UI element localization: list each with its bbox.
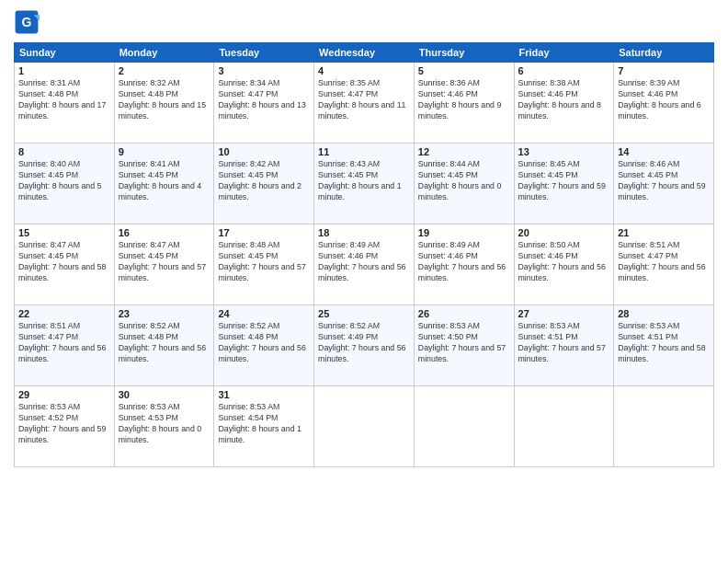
header-row: SundayMondayTuesdayWednesdayThursdayFrid…	[15, 43, 714, 63]
day-cell	[414, 386, 514, 467]
day-number: 7	[618, 65, 710, 76]
day-cell: 29 Sunrise: 8:53 AM Sunset: 4:52 PM Dayl…	[15, 386, 115, 467]
day-info: Sunrise: 8:51 AM Sunset: 4:47 PM Dayligh…	[618, 240, 710, 284]
day-number: 6	[518, 65, 610, 76]
day-info: Sunrise: 8:53 AM Sunset: 4:54 PM Dayligh…	[218, 402, 310, 446]
day-cell	[614, 386, 714, 467]
day-number: 9	[119, 146, 210, 157]
day-cell: 16 Sunrise: 8:47 AM Sunset: 4:45 PM Dayl…	[114, 224, 214, 305]
day-info: Sunrise: 8:52 AM Sunset: 4:48 PM Dayligh…	[218, 321, 310, 365]
day-cell	[314, 386, 415, 467]
day-cell: 14 Sunrise: 8:46 AM Sunset: 4:45 PM Dayl…	[614, 144, 714, 224]
day-info: Sunrise: 8:38 AM Sunset: 4:46 PM Dayligh…	[518, 78, 610, 122]
day-number: 1	[18, 65, 110, 76]
day-number: 17	[218, 227, 310, 238]
day-number: 30	[119, 389, 210, 400]
day-info: Sunrise: 8:50 AM Sunset: 4:46 PM Dayligh…	[518, 240, 610, 284]
day-number: 4	[318, 65, 410, 76]
day-cell: 2 Sunrise: 8:32 AM Sunset: 4:48 PM Dayli…	[114, 63, 214, 144]
day-info: Sunrise: 8:52 AM Sunset: 4:48 PM Dayligh…	[119, 321, 210, 365]
day-number: 12	[418, 146, 510, 157]
day-number: 18	[318, 227, 410, 238]
day-cell: 27 Sunrise: 8:53 AM Sunset: 4:51 PM Dayl…	[514, 305, 614, 386]
day-cell: 19 Sunrise: 8:49 AM Sunset: 4:46 PM Dayl…	[414, 224, 514, 305]
day-cell: 12 Sunrise: 8:44 AM Sunset: 4:45 PM Dayl…	[414, 144, 514, 224]
day-info: Sunrise: 8:48 AM Sunset: 4:45 PM Dayligh…	[218, 240, 310, 284]
day-cell: 7 Sunrise: 8:39 AM Sunset: 4:46 PM Dayli…	[614, 63, 714, 144]
week-row-2: 8 Sunrise: 8:40 AM Sunset: 4:45 PM Dayli…	[15, 144, 714, 224]
col-header-monday: Monday	[114, 43, 214, 63]
day-cell: 6 Sunrise: 8:38 AM Sunset: 4:46 PM Dayli…	[514, 63, 614, 144]
day-info: Sunrise: 8:53 AM Sunset: 4:52 PM Dayligh…	[18, 402, 110, 446]
day-info: Sunrise: 8:47 AM Sunset: 4:45 PM Dayligh…	[119, 240, 210, 284]
day-cell: 30 Sunrise: 8:53 AM Sunset: 4:53 PM Dayl…	[114, 386, 214, 467]
day-cell: 13 Sunrise: 8:45 AM Sunset: 4:45 PM Dayl…	[514, 144, 614, 224]
col-header-tuesday: Tuesday	[214, 43, 314, 63]
day-info: Sunrise: 8:40 AM Sunset: 4:45 PM Dayligh…	[18, 159, 110, 203]
day-info: Sunrise: 8:49 AM Sunset: 4:46 PM Dayligh…	[418, 240, 510, 284]
day-info: Sunrise: 8:34 AM Sunset: 4:47 PM Dayligh…	[218, 78, 310, 122]
day-number: 31	[218, 389, 310, 400]
logo: G	[14, 9, 43, 35]
day-cell: 10 Sunrise: 8:42 AM Sunset: 4:45 PM Dayl…	[214, 144, 314, 224]
day-number: 19	[418, 227, 510, 238]
day-cell: 25 Sunrise: 8:52 AM Sunset: 4:49 PM Dayl…	[314, 305, 415, 386]
day-info: Sunrise: 8:53 AM Sunset: 4:51 PM Dayligh…	[518, 321, 610, 365]
day-number: 29	[18, 389, 110, 400]
col-header-sunday: Sunday	[15, 43, 115, 63]
logo-icon: G	[14, 9, 40, 35]
week-row-4: 22 Sunrise: 8:51 AM Sunset: 4:47 PM Dayl…	[15, 305, 714, 386]
day-cell: 20 Sunrise: 8:50 AM Sunset: 4:46 PM Dayl…	[514, 224, 614, 305]
day-cell: 4 Sunrise: 8:35 AM Sunset: 4:47 PM Dayli…	[314, 63, 415, 144]
day-info: Sunrise: 8:32 AM Sunset: 4:48 PM Dayligh…	[119, 78, 210, 122]
day-number: 15	[18, 227, 110, 238]
col-header-friday: Friday	[514, 43, 614, 63]
day-info: Sunrise: 8:46 AM Sunset: 4:45 PM Dayligh…	[618, 159, 710, 203]
day-cell: 5 Sunrise: 8:36 AM Sunset: 4:46 PM Dayli…	[414, 63, 514, 144]
day-cell: 15 Sunrise: 8:47 AM Sunset: 4:45 PM Dayl…	[15, 224, 115, 305]
day-info: Sunrise: 8:52 AM Sunset: 4:49 PM Dayligh…	[318, 321, 410, 365]
day-info: Sunrise: 8:53 AM Sunset: 4:51 PM Dayligh…	[618, 321, 710, 365]
week-row-3: 15 Sunrise: 8:47 AM Sunset: 4:45 PM Dayl…	[15, 224, 714, 305]
day-number: 21	[618, 227, 710, 238]
week-row-1: 1 Sunrise: 8:31 AM Sunset: 4:48 PM Dayli…	[15, 63, 714, 144]
day-cell: 26 Sunrise: 8:53 AM Sunset: 4:50 PM Dayl…	[414, 305, 514, 386]
calendar-page: G SundayMondayTuesdayWednesdayThursdayFr…	[0, 0, 728, 563]
day-info: Sunrise: 8:42 AM Sunset: 4:45 PM Dayligh…	[218, 159, 310, 203]
day-number: 25	[318, 308, 410, 319]
day-number: 10	[218, 146, 310, 157]
day-number: 28	[618, 308, 710, 319]
svg-text:G: G	[22, 15, 32, 29]
day-info: Sunrise: 8:51 AM Sunset: 4:47 PM Dayligh…	[18, 321, 110, 365]
day-info: Sunrise: 8:31 AM Sunset: 4:48 PM Dayligh…	[18, 78, 110, 122]
day-number: 23	[119, 308, 210, 319]
day-number: 22	[18, 308, 110, 319]
header: G	[14, 9, 714, 35]
day-cell: 8 Sunrise: 8:40 AM Sunset: 4:45 PM Dayli…	[15, 144, 115, 224]
col-header-saturday: Saturday	[614, 43, 714, 63]
day-number: 24	[218, 308, 310, 319]
day-number: 26	[418, 308, 510, 319]
day-info: Sunrise: 8:35 AM Sunset: 4:47 PM Dayligh…	[318, 78, 410, 122]
day-number: 16	[119, 227, 210, 238]
day-number: 5	[418, 65, 510, 76]
day-number: 11	[318, 146, 410, 157]
day-info: Sunrise: 8:44 AM Sunset: 4:45 PM Dayligh…	[418, 159, 510, 203]
day-cell: 22 Sunrise: 8:51 AM Sunset: 4:47 PM Dayl…	[15, 305, 115, 386]
day-cell: 9 Sunrise: 8:41 AM Sunset: 4:45 PM Dayli…	[114, 144, 214, 224]
day-info: Sunrise: 8:36 AM Sunset: 4:46 PM Dayligh…	[418, 78, 510, 122]
day-number: 13	[518, 146, 610, 157]
day-cell	[514, 386, 614, 467]
day-cell: 28 Sunrise: 8:53 AM Sunset: 4:51 PM Dayl…	[614, 305, 714, 386]
day-cell: 17 Sunrise: 8:48 AM Sunset: 4:45 PM Dayl…	[214, 224, 314, 305]
day-info: Sunrise: 8:53 AM Sunset: 4:50 PM Dayligh…	[418, 321, 510, 365]
day-info: Sunrise: 8:47 AM Sunset: 4:45 PM Dayligh…	[18, 240, 110, 284]
col-header-wednesday: Wednesday	[314, 43, 415, 63]
day-cell: 31 Sunrise: 8:53 AM Sunset: 4:54 PM Dayl…	[214, 386, 314, 467]
day-number: 2	[119, 65, 210, 76]
day-info: Sunrise: 8:39 AM Sunset: 4:46 PM Dayligh…	[618, 78, 710, 122]
day-number: 3	[218, 65, 310, 76]
week-row-5: 29 Sunrise: 8:53 AM Sunset: 4:52 PM Dayl…	[15, 386, 714, 467]
day-info: Sunrise: 8:53 AM Sunset: 4:53 PM Dayligh…	[119, 402, 210, 446]
calendar-table: SundayMondayTuesdayWednesdayThursdayFrid…	[14, 42, 714, 467]
